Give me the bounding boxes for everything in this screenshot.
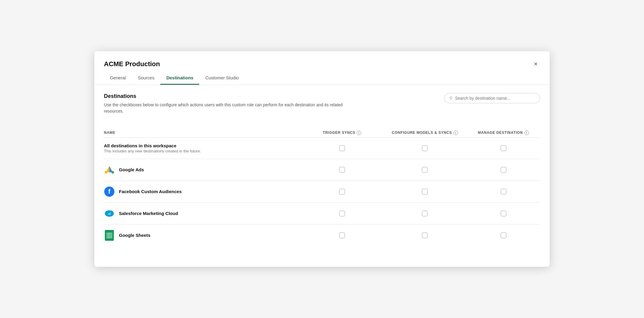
svg-text:sf: sf [108, 212, 111, 215]
table-row: Google Ads [104, 159, 540, 181]
trigger-syncs-checkbox-all[interactable] [339, 145, 345, 151]
trigger-syncs-info-icon[interactable]: i [357, 131, 361, 135]
svg-point-4 [105, 171, 107, 174]
dest-label: All destinations in this workspace [104, 143, 201, 148]
search-icon: ⚲ [449, 96, 453, 101]
dest-info: All destinations in this workspace This … [104, 143, 201, 153]
svg-rect-10 [106, 236, 112, 237]
trigger-syncs-checkbox-salesforce[interactable] [339, 211, 345, 216]
facebook-icon: f [104, 186, 115, 197]
trigger-syncs-checkbox-google-sheets[interactable] [339, 232, 345, 238]
manage-destination-checkbox-all[interactable] [501, 145, 507, 151]
table-row: sf Salesforce Marketing Cloud [104, 202, 540, 224]
tab-customer-studio[interactable]: Customer Studio [199, 71, 245, 85]
section-description: Use the checkboxes below to configure wh… [104, 102, 344, 114]
search-box: ⚲ [444, 93, 540, 103]
configure-models-checkbox-google-sheets[interactable] [422, 232, 428, 238]
tab-sources[interactable]: Sources [132, 71, 160, 85]
table-row: All destinations in this workspace This … [104, 137, 540, 159]
close-button[interactable]: × [531, 60, 540, 69]
trigger-syncs-checkbox-google-ads[interactable] [339, 167, 345, 173]
search-input[interactable] [455, 96, 535, 101]
section-intro: Destinations Use the checkboxes below to… [104, 93, 344, 123]
dest-label: Google Ads [119, 167, 144, 172]
col-header-name: NAME [104, 131, 115, 135]
dest-name-cell: sf Salesforce Marketing Cloud [104, 208, 301, 219]
modal-header: ACME Production × [94, 51, 550, 69]
table-row: Google Sheets [104, 224, 540, 246]
dest-label: Facebook Custom Audiences [119, 189, 182, 194]
svg-rect-11 [106, 237, 112, 238]
section-title: Destinations [104, 93, 344, 99]
table-row: f Facebook Custom Audiences [104, 181, 540, 202]
top-bar: Destinations Use the checkboxes below to… [104, 93, 540, 123]
modal-title: ACME Production [104, 60, 160, 68]
configure-models-checkbox-google-ads[interactable] [422, 167, 428, 173]
dest-label: Google Sheets [119, 233, 150, 238]
svg-rect-8 [106, 233, 112, 234]
configure-models-checkbox-facebook[interactable] [422, 189, 428, 195]
dest-name-cell: Google Ads [104, 164, 301, 175]
configure-models-checkbox-salesforce[interactable] [422, 211, 428, 216]
manage-destination-checkbox-google-ads[interactable] [501, 167, 507, 173]
manage-destination-checkbox-facebook[interactable] [501, 189, 507, 195]
col-header-configure: CONFIGURE MODELS & SYNCS [392, 131, 452, 135]
google-sheets-icon [104, 230, 115, 241]
configure-models-info-icon[interactable]: i [453, 131, 458, 135]
content-area: Destinations Use the checkboxes below to… [94, 85, 550, 256]
salesforce-icon: sf [104, 208, 115, 219]
trigger-syncs-checkbox-facebook[interactable] [339, 189, 345, 195]
tab-bar: General Sources Destinations Customer St… [94, 71, 550, 85]
col-header-manage: MANAGE DESTINATION [478, 131, 523, 135]
google-ads-icon [104, 164, 115, 175]
svg-rect-9 [106, 234, 112, 235]
modal: ACME Production × General Sources Destin… [94, 51, 550, 267]
svg-point-3 [111, 171, 114, 174]
dest-sublabel: This includes any new destinations creat… [104, 149, 201, 153]
manage-destination-checkbox-google-sheets[interactable] [501, 232, 507, 238]
manage-destination-info-icon[interactable]: i [524, 131, 529, 135]
dest-label: Salesforce Marketing Cloud [119, 211, 178, 216]
dest-name-cell: Google Sheets [104, 230, 301, 241]
dest-name-cell: All destinations in this workspace This … [104, 143, 301, 153]
tab-general[interactable]: General [104, 71, 132, 85]
col-header-trigger: TRIGGER SYNCS [323, 131, 355, 135]
manage-destination-checkbox-salesforce[interactable] [501, 211, 507, 216]
tab-destinations[interactable]: Destinations [160, 71, 199, 85]
destinations-table: NAME TRIGGER SYNCS i CONFIGURE MODELS & … [104, 128, 540, 246]
svg-rect-7 [105, 230, 114, 241]
dest-name-cell: f Facebook Custom Audiences [104, 186, 301, 197]
configure-models-checkbox-all[interactable] [422, 145, 428, 151]
